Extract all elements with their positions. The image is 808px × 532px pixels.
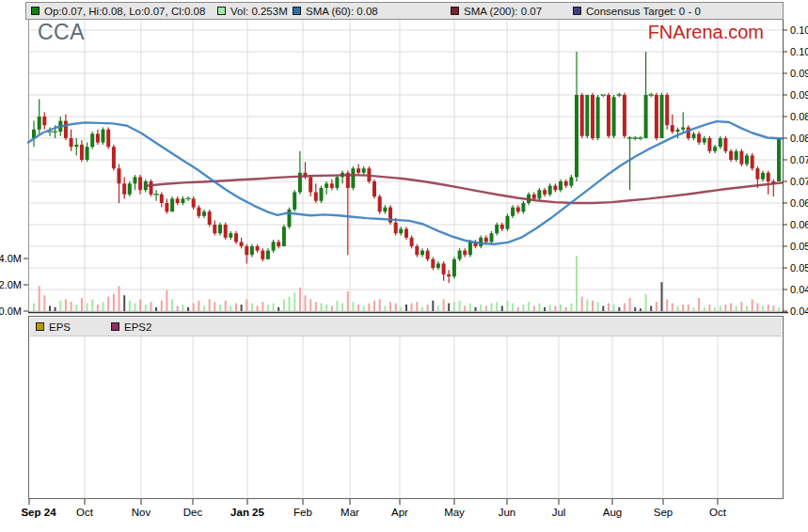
legend-swatch-icon — [573, 7, 581, 15]
svg-text:Sep: Sep — [654, 507, 673, 518]
svg-text:Aug: Aug — [603, 507, 622, 518]
svg-text:May: May — [444, 507, 465, 518]
svg-text:0.105: 0.105 — [790, 24, 808, 36]
svg-text:Jan 25: Jan 25 — [230, 507, 264, 518]
ohlc-legend-bar: Op:0.07, Hi:0.08, Lo:0.07, Cl:0.08Vol: 0… — [25, 2, 784, 20]
svg-text:0.045: 0.045 — [790, 284, 808, 295]
svg-text:0.065: 0.065 — [790, 197, 808, 209]
svg-text:Sep 24: Sep 24 — [21, 507, 56, 518]
svg-text:Apr: Apr — [391, 507, 408, 518]
legend-swatch-icon — [36, 322, 44, 331]
svg-text:0.040: 0.040 — [790, 305, 808, 317]
legend-label: Op:0.07, Hi:0.08, Lo:0.07, Cl:0.08 — [44, 6, 205, 17]
ticker-symbol: CCA — [38, 20, 85, 45]
svg-text:0.095: 0.095 — [790, 68, 808, 79]
svg-text:Oct: Oct — [709, 507, 727, 518]
svg-text:0.085: 0.085 — [790, 111, 808, 122]
svg-text:0.070: 0.070 — [790, 176, 808, 187]
legend-item: SMA (200): 0.07 — [451, 6, 542, 17]
fnarena-logo[interactable]: FNArena.com — [648, 22, 764, 43]
legend-item: Op:0.07, Hi:0.08, Lo:0.07, Cl:0.08 — [31, 6, 205, 17]
svg-text:0.055: 0.055 — [790, 241, 808, 252]
legend-swatch-icon — [217, 7, 226, 15]
svg-text:0.060: 0.060 — [790, 219, 808, 230]
legend-item: SMA (60): 0.08 — [293, 6, 378, 17]
legend-label: EPS — [49, 321, 71, 333]
svg-text:4.0M: 4.0M — [0, 253, 22, 264]
legend-item: EPS — [36, 321, 71, 333]
legend-swatch-icon — [293, 7, 301, 15]
svg-text:Nov: Nov — [132, 507, 151, 518]
svg-text:0.075: 0.075 — [790, 154, 808, 165]
legend-swatch-icon — [451, 7, 459, 15]
legend-label: SMA (60): 0.08 — [306, 6, 378, 17]
svg-text:2.0M: 2.0M — [0, 279, 22, 290]
svg-text:0.050: 0.050 — [790, 262, 808, 274]
svg-text:0.0M: 0.0M — [0, 305, 22, 317]
svg-text:Jul: Jul — [552, 507, 566, 518]
svg-text:0.100: 0.100 — [790, 46, 808, 57]
legend-item: EPS2 — [111, 321, 151, 333]
eps-legend-bar: EPSEPS2 — [30, 318, 782, 336]
legend-label: Consensus Target: 0 - 0 — [586, 6, 701, 17]
svg-text:Dec: Dec — [183, 507, 203, 518]
svg-text:Mar: Mar — [341, 507, 359, 518]
stock-chart-page: 0.1050.1000.0950.0900.0850.0800.0750.070… — [0, 0, 808, 532]
svg-text:Feb: Feb — [293, 507, 312, 518]
svg-text:0.080: 0.080 — [790, 133, 808, 144]
legend-swatch-icon — [31, 7, 40, 15]
legend-label: Vol: 0.253M — [230, 6, 288, 17]
legend-item: Consensus Target: 0 - 0 — [573, 6, 701, 17]
legend-swatch-icon — [111, 322, 119, 331]
svg-text:Jun: Jun — [499, 507, 516, 518]
legend-label: SMA (200): 0.07 — [464, 6, 542, 17]
legend-item: Vol: 0.253M — [217, 6, 288, 17]
svg-text:0.090: 0.090 — [790, 89, 808, 101]
legend-label: EPS2 — [124, 321, 151, 333]
eps-panel: EPSEPS2 — [28, 316, 784, 499]
svg-text:Oct: Oct — [76, 507, 94, 518]
